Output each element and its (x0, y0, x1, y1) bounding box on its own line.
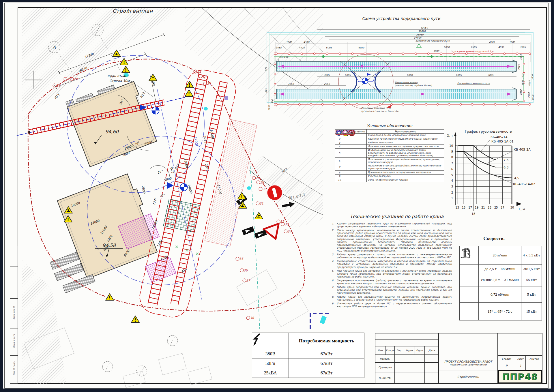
signal-line-post (299, 104, 300, 105)
crane-track-band-2 (276, 88, 516, 100)
tb-doc-name: Стройгенплан (439, 370, 498, 384)
warning-sign-icon (131, 316, 139, 323)
speeds-row: до 2,5 т -- 48 м/мин30/1,5 кВт (460, 265, 542, 273)
warning-sign-icon (185, 90, 193, 97)
radius-label: R12 (174, 163, 180, 170)
scheme-dim: 4590 (304, 41, 310, 44)
scheme-label-rails2: (установка с шагом не более 6м) (361, 110, 399, 112)
scheme-dim: 6005 (456, 74, 462, 76)
signal-line-post (274, 53, 276, 55)
x-tick-label: 18 (471, 212, 475, 215)
instruction-number: 8. (332, 295, 337, 301)
signal-line-post (516, 53, 518, 55)
frame-strip-cell: Инв. № подл. (10, 355, 18, 384)
signal-line-post (390, 53, 391, 55)
tb-project-name: ПРОЕКТ ПРОИЗВОДСТВА РАБОТподъемными соор… (439, 333, 498, 370)
point-number: 23 (202, 74, 207, 78)
power-row: 25кВА67кВт (252, 368, 364, 378)
title-block-cell (395, 355, 425, 363)
power-value: 4 х 3,5 кВт (521, 246, 542, 265)
crane-hoist-icon (460, 265, 479, 286)
legend-row-name: Положение стропальщиков (монтажников) пр… (367, 158, 444, 164)
instruction-item: 1.Краном запрещается переносить груз на … (332, 222, 452, 228)
signal-line-post (491, 53, 493, 55)
instruction-text: Работа крана запрещается при сложных пог… (337, 286, 452, 294)
scheme-label-axis: Ось крайнего кранового пути (457, 82, 490, 85)
point-marker (240, 269, 244, 272)
point-marker (236, 257, 239, 260)
instruction-number: 6. (332, 279, 337, 285)
instruction-item: 5.При подъеме груза вес которого не опре… (332, 269, 452, 278)
scheme-dim: 3065 (276, 46, 282, 49)
power-value: 15 кВт (521, 303, 542, 320)
frame-strip-cell: Подп. и дата (10, 329, 18, 355)
signal-line-post (377, 53, 379, 55)
plan-dimension: 2500 (141, 185, 146, 194)
signal-line-post (440, 53, 442, 55)
scheme-dim: 2050 (324, 83, 330, 85)
point-marker (243, 279, 246, 282)
end-value-label: 4,5 (514, 176, 519, 180)
scheme-label-trench1: Инвентарная канава (395, 81, 418, 84)
scheme-dim: 6500 (528, 80, 531, 86)
tb-col-0: Изм (375, 346, 385, 355)
speeds-row: 0,72 об/мин5 кВт (460, 286, 542, 303)
axis-letter: А (53, 45, 56, 50)
lightning-icon (252, 333, 262, 346)
scheme-dim: 6505 (471, 46, 477, 48)
series-label: КБ-405-2А (514, 148, 531, 151)
title-block-cell (375, 333, 439, 340)
slinger-position-lift-icon (344, 158, 367, 164)
point-marker (259, 187, 262, 191)
signal-line-post (523, 100, 525, 102)
speeds-row: 15° ... 65° - 72 с15 кВт (460, 303, 542, 320)
title-block-cell (425, 355, 439, 363)
power-row: 50Гц67кВт (252, 359, 364, 368)
scheme-dim: 27050 (414, 37, 421, 40)
danger-zone-line-icon (344, 145, 367, 149)
radius-label: R12 (139, 91, 145, 99)
signal-line-post (478, 53, 480, 55)
crane-extreme-points-icon (344, 137, 367, 141)
scheme-dim: 3000 (528, 92, 530, 98)
series-label: КБ-405-1А-01 (491, 140, 514, 143)
x-tick-label: 30 (510, 206, 514, 209)
speed-value: 15° ... 65° - 72 с (479, 303, 521, 320)
plan-dimension: 27000 (194, 136, 199, 147)
signal-line-post (391, 104, 392, 105)
tb-stage-value: Р (498, 362, 515, 370)
tb-col-2: Лист (395, 346, 404, 355)
legend-row: 4Опасная зона возможного падения предмет… (335, 145, 444, 149)
legend-row: 3Рабочая зона крана (335, 141, 444, 145)
signal-line-post (274, 104, 276, 105)
unloading-zone (163, 199, 200, 232)
point-marker (256, 202, 259, 205)
crane-position-symbol (152, 107, 159, 114)
scheme-dim: 4505 (489, 41, 495, 44)
tb-col-3: №док (404, 346, 415, 355)
utility-line (250, 162, 260, 329)
scheme-dim: 39870 (418, 30, 426, 33)
instructions-list: 1.Краном запрещается переносить груз на … (332, 222, 452, 309)
y-tick-label: 1 (451, 197, 453, 200)
scheme-label-rails1: Рельсовые крановые пути (361, 107, 392, 109)
plan-dimension: 32380 (203, 135, 208, 146)
crane-position-symbol (180, 184, 188, 191)
x-tick-label: 13 (455, 206, 459, 209)
legend-row-name: Временная площадка складирования материа… (367, 170, 444, 174)
legend-row-num: 8 (335, 170, 344, 174)
utility-line-power (310, 313, 330, 329)
point-number: 30 (262, 187, 267, 191)
instruction-text: Работа крана разрешается только после со… (337, 253, 452, 259)
scheme-dim: 1925 (521, 73, 524, 79)
y-tick-label: 9 (451, 150, 453, 153)
signal-line-post (494, 104, 496, 105)
point-marker (277, 220, 280, 223)
scheme-label-trench2: (ширина 400 мм, глубина 350 мм) (395, 84, 432, 87)
tb-row-label-2: Н. контр. (375, 372, 395, 384)
signal-line-post (448, 104, 450, 105)
scheme-dim: 43050 (420, 27, 428, 29)
scheme-label-fence: Ограждение кранового пути h=1,2 м (451, 50, 494, 53)
instruction-text: Работа крана без координатной защиты не … (337, 295, 452, 301)
legend-row: 8Временная площадка складирования матери… (335, 170, 444, 174)
